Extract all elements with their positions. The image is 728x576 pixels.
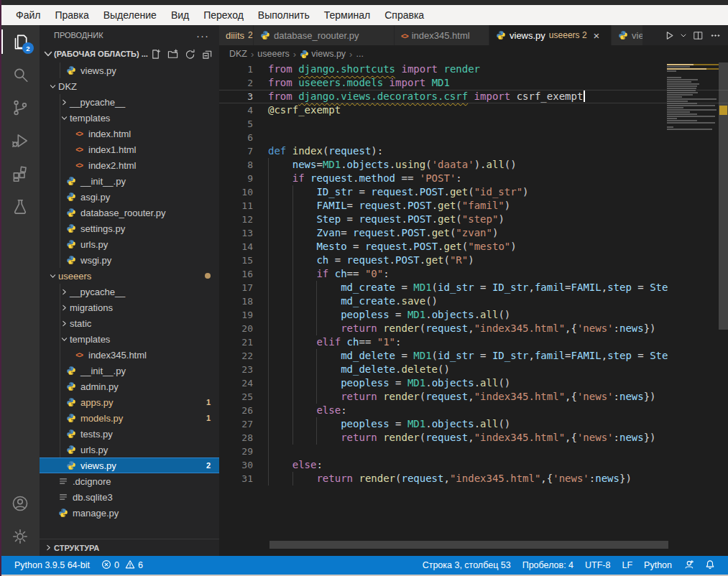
tab-vie[interactable]: vie	[612, 25, 643, 45]
code-line-7[interactable]: 7def index(request):	[219, 144, 728, 158]
tree-item-admin.py[interactable]: admin.py	[40, 378, 219, 394]
tree-item-__pycache__[interactable]: __pycache__	[40, 284, 219, 299]
code-line-11[interactable]: 11 FAMIL= request.POST.get("famil")	[219, 199, 728, 213]
code-line-10[interactable]: 10 ID_str = request.POST.get("id_str")	[219, 185, 728, 199]
status-cursor-position[interactable]: Строка 3, столбец 53	[417, 556, 517, 575]
status-notifications[interactable]	[699, 556, 721, 575]
close-icon[interactable]: ×	[594, 29, 600, 42]
more-icon[interactable]	[708, 27, 722, 43]
refresh-icon[interactable]	[183, 47, 196, 60]
tree-item-apps.py[interactable]: apps.py1	[40, 394, 219, 410]
code-line-27[interactable]: 27 peopless = MD1.objects.all()	[219, 417, 728, 431]
status-feedback[interactable]	[678, 556, 699, 575]
new-file-icon[interactable]	[149, 47, 162, 60]
tree-item-templates[interactable]: templates	[40, 331, 219, 347]
split-editor-icon[interactable]	[691, 27, 705, 43]
code-line-5[interactable]: 5	[219, 117, 728, 131]
code-line-26[interactable]: 26 else:	[219, 404, 728, 417]
run-icon[interactable]	[662, 27, 676, 43]
status-python-version[interactable]: Python 3.9.5 64-bit	[9, 556, 96, 575]
activitybar-explorer-icon[interactable]: 2	[0, 25, 40, 58]
code-line-15[interactable]: 15 ch = request.POST.get("R")	[219, 254, 728, 267]
activitybar-source-control-icon[interactable]	[0, 91, 40, 124]
code-line-30[interactable]: 30 else:	[219, 458, 728, 472]
menu-выделение[interactable]: Выделение	[96, 5, 164, 25]
code-line-29[interactable]: 29	[219, 445, 728, 458]
tree-item-static[interactable]: static	[40, 315, 219, 331]
code-line-23[interactable]: 23 md_delete.delete()	[219, 363, 728, 376]
code-line-3[interactable]: 3from django.views.decorators.csrf impor…	[219, 90, 728, 103]
tree-item-models.py[interactable]: models.py1	[40, 410, 219, 426]
code-line-12[interactable]: 12 Step = request.POST.get("step")	[219, 213, 728, 226]
tree-item-__init__.py[interactable]: __init__.py	[40, 363, 219, 378]
status-problems[interactable]: 0 6	[96, 556, 149, 575]
collapse-all-icon[interactable]	[201, 47, 213, 60]
new-folder-icon[interactable]	[166, 47, 179, 60]
code-line-4[interactable]: 4@csrf_exempt	[219, 103, 728, 117]
activitybar-settings-icon[interactable]	[0, 520, 40, 553]
code-line-17[interactable]: 17 md_create = MD1(id_str = ID_str,famil…	[219, 281, 728, 294]
status-eol[interactable]: LF	[616, 556, 638, 575]
tab-diiits[interactable]: diiits2	[219, 25, 254, 45]
breadcrumb-item[interactable]: ...	[356, 49, 363, 59]
tree-item-migrations[interactable]: migrations	[40, 299, 219, 315]
tree-item-database_roouter.py[interactable]: database_roouter.py	[40, 205, 219, 220]
breadcrumb-item[interactable]: DKZ	[229, 49, 247, 59]
code-line-14[interactable]: 14 Mesto = request.POST.get("mesto")	[219, 240, 728, 254]
tree-item-wsgi.py[interactable]: wsgi.py	[40, 252, 219, 268]
workspace-section-header[interactable]: (РАБОЧАЯ ОБЛАСТЬ) ...	[40, 45, 219, 62]
tree-item-views.py[interactable]: views.py	[40, 62, 219, 78]
menu-переход[interactable]: Переход	[196, 5, 251, 25]
menu-выполнить[interactable]: Выполнить	[251, 5, 317, 25]
scrollbar-thumb[interactable]	[719, 62, 728, 330]
activitybar-testing-icon[interactable]	[0, 190, 40, 223]
code-line-24[interactable]: 24 peopless = MD1.objects.all()	[219, 376, 728, 390]
code-line-9[interactable]: 9 if request.method == 'POST':	[219, 172, 728, 185]
tree-item-index345.html[interactable]: <>index345.html	[40, 347, 219, 363]
tree-item-__pycache__[interactable]: __pycache__	[40, 94, 219, 110]
menu-терминал[interactable]: Терминал	[317, 5, 377, 25]
status-encoding[interactable]: UTF-8	[579, 556, 616, 575]
activitybar-account-icon[interactable]	[0, 487, 40, 520]
activitybar-extensions-icon[interactable]	[0, 157, 40, 190]
minimap[interactable]	[667, 64, 719, 131]
tab-index345.html[interactable]: <>index345.html	[395, 25, 489, 45]
code-line-18[interactable]: 18 md_create.save()	[219, 294, 728, 308]
tree-item-db.sqlite3[interactable]: db.sqlite3	[40, 489, 219, 505]
code-line-13[interactable]: 13 Zvan= request.POST.get("zvan")	[219, 226, 728, 240]
tree-item-settings.py[interactable]: settings.py	[40, 220, 219, 236]
code-line-16[interactable]: 16 if ch== "0":	[219, 267, 728, 281]
menu-вид[interactable]: Вид	[164, 5, 196, 25]
activitybar-search-icon[interactable]	[0, 58, 40, 91]
code-line-8[interactable]: 8 news=MD1.objects.using('daata').all()	[219, 158, 728, 172]
tree-item-__init__.py[interactable]: __init__.py	[40, 173, 219, 189]
code-line-22[interactable]: 22 md_delete = MD1(id_str = ID_str,famil…	[219, 349, 728, 363]
tree-item-asgi.py[interactable]: asgi.py	[40, 189, 219, 205]
tab-views.py[interactable]: views.pyuseeers 2×	[489, 25, 612, 45]
breadcrumb[interactable]: DKZ›useeers›views.py›...	[219, 45, 728, 62]
tree-item-index1.html[interactable]: <>index1.html	[40, 141, 219, 157]
tree-item-urls.py[interactable]: urls.py	[40, 442, 219, 457]
tree-item-.dcignore[interactable]: .dcignore	[40, 473, 219, 489]
code-line-20[interactable]: 20 return render(request,"index345.html"…	[219, 322, 728, 335]
menu-правка[interactable]: Правка	[47, 5, 96, 25]
tree-item-index.html[interactable]: <>index.html	[40, 126, 219, 141]
tree-item-templates[interactable]: templates	[40, 110, 219, 126]
tree-item-useeers[interactable]: useeers	[40, 268, 219, 284]
menu-файл[interactable]: Файл	[9, 5, 47, 25]
tree-item-DKZ[interactable]: DKZ	[40, 78, 219, 94]
tree-item-views.py[interactable]: views.py2	[40, 457, 219, 473]
horizontal-scrollbar[interactable]	[269, 541, 668, 549]
code-line-1[interactable]: 1from django.shortcuts import render	[219, 62, 728, 76]
tree-item-urls.py[interactable]: urls.py	[40, 236, 219, 252]
code-editor[interactable]: 1from django.shortcuts import render2fro…	[219, 62, 728, 556]
menu-справка[interactable]: Справка	[377, 5, 431, 25]
tab-database_roouter.py[interactable]: database_roouter.py	[254, 25, 395, 45]
code-line-6[interactable]: 6	[219, 131, 728, 144]
code-line-21[interactable]: 21 elif ch== "1":	[219, 335, 728, 349]
code-line-2[interactable]: 2from useeers.models import MD1	[219, 76, 728, 90]
more-actions-icon[interactable]: ···	[196, 29, 209, 42]
breadcrumb-item[interactable]: useeers	[257, 49, 289, 59]
status-indentation[interactable]: Пробелов: 4	[517, 556, 579, 575]
breadcrumb-item[interactable]: views.py	[311, 49, 346, 59]
